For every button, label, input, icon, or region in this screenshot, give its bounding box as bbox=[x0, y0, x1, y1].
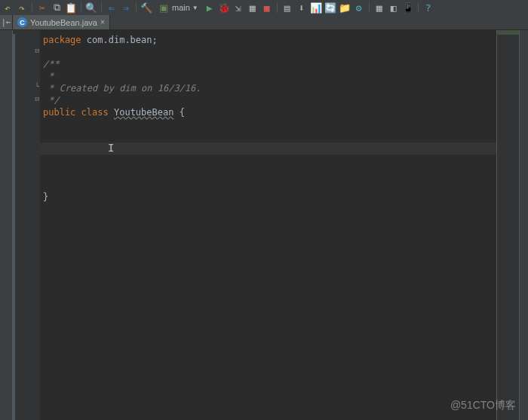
code-editor[interactable]: package com.dim.bean; /** * * Created by… bbox=[40, 30, 496, 420]
java-class-icon: C bbox=[17, 17, 27, 27]
paste-icon[interactable]: 📋 bbox=[65, 2, 77, 14]
text-caret: I bbox=[108, 142, 109, 154]
sdk-icon[interactable]: ⬇ bbox=[296, 2, 308, 14]
run-config-label: main bbox=[172, 3, 190, 12]
fold-toggle-icon[interactable]: ⊟ bbox=[35, 95, 39, 103]
fold-toggle-icon[interactable]: ⊟ bbox=[35, 47, 39, 54]
run-config-selector[interactable]: ▣ main ▼ bbox=[155, 2, 201, 14]
copy-icon[interactable]: ⧉ bbox=[51, 2, 63, 14]
editor-area: ⊟ └ ⊟ package com.dim.bean; /** * * Crea… bbox=[0, 30, 528, 420]
overview-ruler[interactable] bbox=[519, 30, 528, 420]
redo-icon[interactable]: ↷ bbox=[16, 2, 28, 14]
forward-icon[interactable]: ⇒ bbox=[120, 2, 132, 14]
make-icon[interactable]: 🔨 bbox=[140, 2, 152, 14]
structure-icon[interactable]: 📁 bbox=[339, 2, 351, 14]
help-icon[interactable]: ? bbox=[422, 2, 434, 14]
debug-icon[interactable]: 🐞 bbox=[218, 2, 230, 14]
monitor-icon[interactable]: 📊 bbox=[310, 2, 322, 14]
line-gutter[interactable]: ⊟ └ ⊟ bbox=[13, 30, 40, 420]
editor-tab[interactable]: C YoutubeBean.java × bbox=[13, 15, 110, 29]
sync-icon[interactable]: 🔄 bbox=[324, 2, 336, 14]
close-tab-icon[interactable]: × bbox=[100, 18, 105, 26]
undo-icon[interactable]: ↶ bbox=[2, 2, 14, 14]
tool-window-toggle[interactable]: |← bbox=[0, 15, 13, 29]
run-icon[interactable]: ▶ bbox=[204, 2, 216, 14]
device-icon[interactable]: 📱 bbox=[402, 2, 414, 14]
editor-tabbar: |← C YoutubeBean.java × bbox=[0, 15, 528, 30]
stop-icon[interactable]: ■ bbox=[261, 2, 273, 14]
layout-icon[interactable]: ▦ bbox=[373, 2, 385, 14]
back-icon[interactable]: ⇐ bbox=[106, 2, 118, 14]
watermark: @51CTO博客 bbox=[450, 399, 516, 412]
theme-icon[interactable]: ◧ bbox=[388, 2, 400, 14]
tab-filename: YoutubeBean.java bbox=[30, 18, 97, 27]
coverage-icon[interactable]: ▦ bbox=[247, 2, 259, 14]
attach-icon[interactable]: ⇲ bbox=[232, 2, 244, 14]
fold-end-icon[interactable]: └ bbox=[35, 83, 39, 90]
cut-icon[interactable]: ✂ bbox=[36, 2, 48, 14]
find-icon[interactable]: 🔍 bbox=[85, 2, 97, 14]
left-gutter bbox=[0, 30, 13, 420]
error-stripe[interactable] bbox=[496, 30, 519, 420]
gradle-icon[interactable]: ⚙ bbox=[353, 2, 365, 14]
main-toolbar: ↶ ↷ ✂ ⧉ 📋 🔍 ⇐ ⇒ 🔨 ▣ main ▼ ▶ 🐞 ⇲ ▦ ■ ▤ ⬇… bbox=[0, 0, 528, 15]
avd-icon[interactable]: ▤ bbox=[281, 2, 293, 14]
